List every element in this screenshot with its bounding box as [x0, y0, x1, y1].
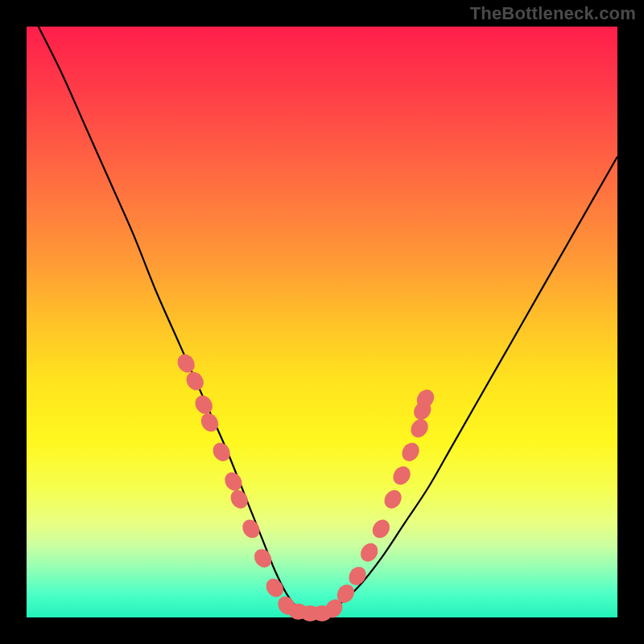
data-point: [251, 546, 275, 571]
svg-point-7: [239, 516, 263, 541]
data-point: [227, 487, 251, 512]
data-point: [192, 392, 216, 417]
data-points: [174, 351, 437, 621]
data-point: [381, 487, 405, 512]
chart-frame: TheBottleneck.com: [0, 0, 644, 644]
curve-path: [39, 27, 617, 615]
svg-point-6: [227, 487, 251, 512]
svg-point-4: [209, 440, 233, 464]
bottleneck-curve: [39, 27, 617, 615]
svg-point-5: [221, 469, 246, 494]
svg-point-20: [390, 463, 414, 488]
data-point: [239, 516, 263, 541]
data-point: [357, 540, 382, 565]
data-point: [345, 564, 369, 588]
data-point: [221, 469, 246, 494]
svg-point-8: [251, 546, 275, 571]
svg-point-19: [381, 487, 405, 512]
data-point: [209, 440, 233, 464]
data-point: [262, 576, 287, 601]
svg-point-21: [398, 440, 423, 464]
watermark-text: TheBottleneck.com: [470, 3, 636, 24]
data-point: [398, 440, 423, 464]
data-point: [390, 463, 414, 488]
svg-point-16: [345, 564, 369, 588]
data-point: [369, 516, 393, 541]
chart-overlay: [27, 27, 617, 617]
svg-point-9: [262, 576, 287, 601]
svg-point-18: [369, 516, 393, 541]
svg-point-2: [192, 392, 216, 417]
svg-point-17: [357, 540, 382, 565]
